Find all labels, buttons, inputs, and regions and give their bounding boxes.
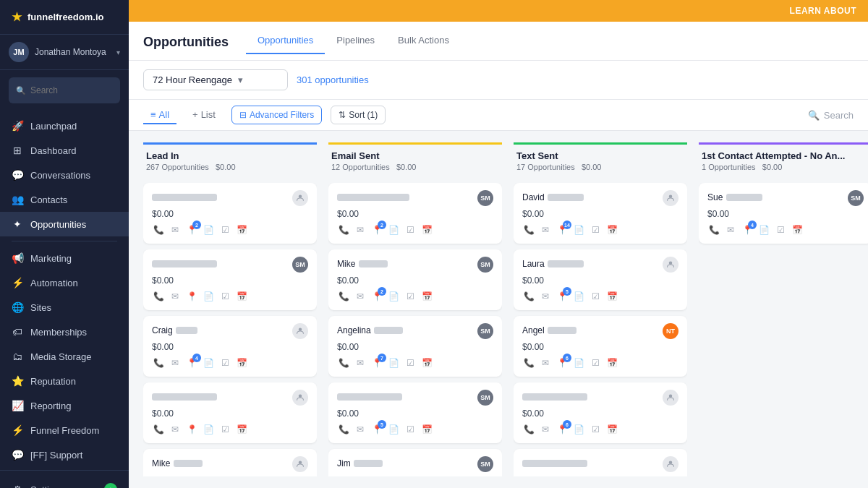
call-icon[interactable]: 📞 (707, 223, 720, 236)
task-icon[interactable]: ☑ (218, 290, 231, 303)
sidebar-item-ff-support[interactable]: 💬 [FF] Support (0, 442, 129, 467)
opp-card[interactable]: Laura $0.00 📞✉📍5📄☑📅 (514, 249, 687, 310)
task-icon[interactable]: ☑ (404, 356, 417, 369)
sidebar-item-reporting[interactable]: 📈 Reporting (0, 393, 129, 418)
call-icon[interactable]: 📞 (152, 290, 165, 303)
search-right[interactable]: 🔍 Search (808, 110, 854, 121)
sidebar-item-memberships[interactable]: 🏷 Memberships (0, 320, 129, 344)
opp-card[interactable]: David $0.00 📞✉📍14📄☑📅 (514, 183, 687, 244)
note-icon[interactable]: 📄 (757, 223, 770, 236)
view-tab-list[interactable]: + List (185, 106, 223, 124)
pin-icon[interactable]: 📍5 (370, 423, 383, 436)
opp-card[interactable]: SM $0.00 📞✉📍2📄☑📅 (328, 183, 502, 244)
calendar-icon[interactable]: 📅 (235, 223, 248, 236)
task-icon[interactable]: ☑ (218, 423, 231, 436)
pin-icon[interactable]: 📍14 (556, 223, 569, 236)
email-icon[interactable]: ✉ (539, 423, 552, 436)
calendar-icon[interactable]: 📅 (420, 423, 433, 436)
opp-card[interactable]: Angelina SM $0.00 📞✉📍7📄☑📅 (328, 316, 502, 377)
sidebar-item-conversations[interactable]: 💬 Conversations (0, 163, 129, 187)
sidebar-item-settings[interactable]: ⚙ Settings + (0, 476, 129, 488)
user-section[interactable]: JM Jonathan Montoya ▾ (0, 35, 129, 70)
task-icon[interactable]: ☑ (218, 223, 231, 236)
task-icon[interactable]: ☑ (589, 223, 602, 236)
task-icon[interactable]: ☑ (589, 423, 602, 436)
call-icon[interactable]: 📞 (152, 356, 165, 369)
opp-card[interactable]: $0.00 📞✉📍📄☑📅 (143, 382, 317, 443)
call-icon[interactable]: 📞 (522, 223, 535, 236)
sidebar-item-automation[interactable]: ⚡ Automation (0, 270, 129, 295)
pin-icon[interactable]: 📍4 (185, 356, 198, 369)
pin-icon[interactable]: 📍6 (556, 423, 569, 436)
call-icon[interactable]: 📞 (522, 290, 535, 303)
pin-icon[interactable]: 📍 (185, 290, 198, 303)
note-icon[interactable]: 📄 (572, 356, 585, 369)
opp-card[interactable]: Craig $0.00 📞✉📍4📄☑📅 (143, 316, 317, 377)
tab-pipelines[interactable]: Pipelines (325, 30, 386, 54)
sidebar-search-box[interactable]: 🔍 ctrl K + (9, 77, 120, 103)
calendar-icon[interactable]: 📅 (605, 290, 618, 303)
task-icon[interactable]: ☑ (774, 223, 787, 236)
note-icon[interactable]: 📄 (202, 423, 215, 436)
sidebar-item-media-storage[interactable]: 🗂 Media Storage (0, 344, 129, 369)
task-icon[interactable]: ☑ (589, 290, 602, 303)
sidebar-item-dashboard[interactable]: ⊞ Dashboard (0, 138, 129, 163)
email-icon[interactable]: ✉ (169, 356, 182, 369)
email-icon[interactable]: ✉ (354, 290, 367, 303)
opp-card[interactable]: Mike SM $0.00 📞✉📍2📄☑📅 (328, 249, 502, 310)
call-icon[interactable]: 📞 (337, 423, 350, 436)
pin-icon[interactable]: 📍6 (556, 356, 569, 369)
top-banner[interactable]: LEARN ABOUT (129, 0, 868, 22)
chevron-down-icon[interactable]: ▾ (116, 48, 120, 56)
pin-icon[interactable]: 📍5 (556, 290, 569, 303)
sidebar-item-reputation[interactable]: ⭐ Reputation (0, 369, 129, 393)
sidebar-item-opportunities[interactable]: ✦ Opportunities (0, 212, 129, 236)
sort-button[interactable]: ⇅ Sort (1) (331, 106, 386, 124)
calendar-icon[interactable]: 📅 (235, 423, 248, 436)
opp-card[interactable]: $0.00 📞✉📍2📄☑📅 (143, 183, 317, 244)
pipeline-select[interactable]: 72 Hour Reengage ▾ (143, 69, 288, 90)
task-icon[interactable]: ☑ (589, 356, 602, 369)
note-icon[interactable]: 📄 (202, 356, 215, 369)
opp-card[interactable]: Sue SM $0.00 📞✉📍4📄☑📅 (699, 183, 868, 244)
tab-bulk-actions[interactable]: Bulk Actions (386, 30, 461, 54)
sidebar-item-contacts[interactable]: 👥 Contacts (0, 187, 129, 212)
email-icon[interactable]: ✉ (724, 223, 737, 236)
email-icon[interactable]: ✉ (169, 223, 182, 236)
task-icon[interactable]: ☑ (404, 423, 417, 436)
view-tab-all[interactable]: ≡ All (143, 106, 176, 124)
calendar-icon[interactable]: 📅 (605, 423, 618, 436)
advanced-filters-button[interactable]: ⊟ Advanced Filters (231, 106, 322, 124)
opp-card[interactable]: $0.00 📞✉📍6📄☑📅 (514, 382, 687, 443)
calendar-icon[interactable]: 📅 (420, 290, 433, 303)
calendar-icon[interactable]: 📅 (420, 223, 433, 236)
opp-card[interactable]: SM $0.00 📞✉📍📄☑📅 (143, 249, 317, 310)
pin-icon[interactable]: 📍4 (741, 223, 754, 236)
call-icon[interactable]: 📞 (152, 223, 165, 236)
call-icon[interactable]: 📞 (152, 423, 165, 436)
call-icon[interactable]: 📞 (522, 356, 535, 369)
opp-card[interactable]: $0.00 📞✉📍📄☑📅 (514, 449, 687, 476)
calendar-icon[interactable]: 📅 (791, 223, 804, 236)
email-icon[interactable]: ✉ (354, 423, 367, 436)
search-input[interactable] (30, 85, 129, 95)
email-icon[interactable]: ✉ (539, 223, 552, 236)
call-icon[interactable]: 📞 (522, 423, 535, 436)
call-icon[interactable]: 📞 (337, 290, 350, 303)
sidebar-item-sites[interactable]: 🌐 Sites (0, 295, 129, 320)
opp-card[interactable]: Jim SM $0.00 📞✉📍📄☑📅 (328, 449, 502, 476)
opp-card[interactable]: Mike $0.00 📞✉📍📄☑📅 (143, 449, 317, 476)
opp-card[interactable]: SM $0.00 📞✉📍5📄☑📅 (328, 382, 502, 443)
email-icon[interactable]: ✉ (354, 223, 367, 236)
email-icon[interactable]: ✉ (169, 290, 182, 303)
task-icon[interactable]: ☑ (404, 223, 417, 236)
pin-icon[interactable]: 📍7 (370, 356, 383, 369)
calendar-icon[interactable]: 📅 (420, 356, 433, 369)
pin-icon[interactable]: 📍 (185, 423, 198, 436)
call-icon[interactable]: 📞 (337, 223, 350, 236)
pin-icon[interactable]: 📍2 (370, 290, 383, 303)
call-icon[interactable]: 📞 (337, 356, 350, 369)
task-icon[interactable]: ☑ (404, 290, 417, 303)
tab-opportunities[interactable]: Opportunities (246, 30, 325, 54)
note-icon[interactable]: 📄 (572, 290, 585, 303)
